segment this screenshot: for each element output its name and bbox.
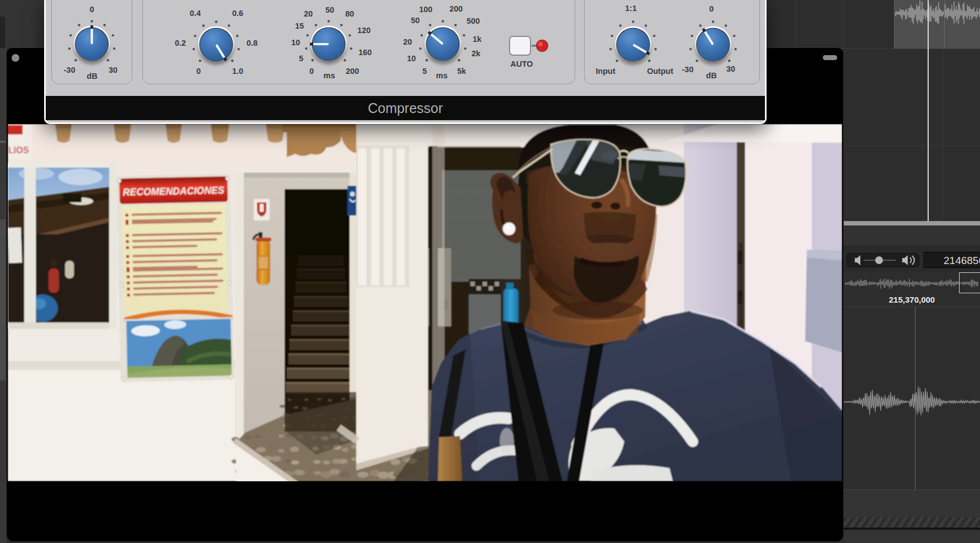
svg-text:LIOS: LIOS bbox=[8, 146, 29, 155]
svg-text:RECOMENDACIONES: RECOMENDACIONES bbox=[122, 184, 224, 198]
